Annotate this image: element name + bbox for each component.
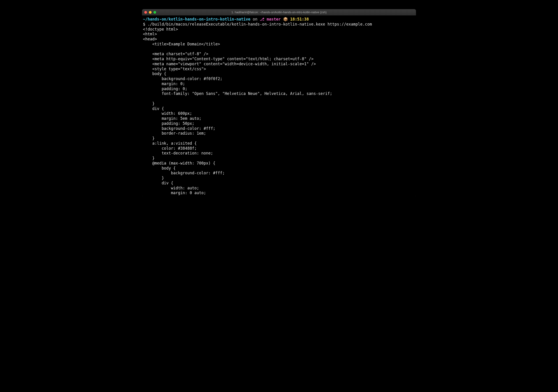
dollar-prompt: $ — [143, 22, 148, 26]
output-line: } — [143, 101, 415, 106]
terminal-body[interactable]: ~/hands-on/kotlin-hands-on-intro-kotlin-… — [142, 16, 416, 197]
output-line: <!doctype html> — [143, 27, 415, 32]
output-line — [143, 47, 415, 52]
output-line: } — [143, 176, 415, 181]
package-icon: 📦 — [281, 17, 290, 21]
output-line: } — [143, 156, 415, 161]
traffic-lights — [144, 11, 156, 14]
prompt-path: ~/hands-on/kotlin-hands-on-intro-kotlin-… — [143, 17, 251, 21]
output-line: <meta http-equiv="Content-type" content=… — [143, 57, 415, 62]
prompt-time: 18:51:38 — [290, 17, 309, 21]
output-line: a:link, a:visited { — [143, 141, 415, 146]
prompt-on: on — [251, 17, 260, 21]
output-line: width: auto; — [143, 186, 415, 191]
output-line: <meta name="viewport" content="width=dev… — [143, 62, 415, 67]
output-line: <title>Example Domain</title> — [143, 42, 415, 47]
output-line: background-color: #fff; — [143, 171, 415, 176]
output-line: border-radius: 1em; — [143, 131, 415, 136]
output-line: font-family: "Open Sans", "Helvetica Neu… — [143, 91, 415, 96]
output-line: margin: 0 auto; — [143, 190, 415, 196]
git-branch: master — [264, 17, 281, 21]
output-line: <meta charset="utf-8" /> — [143, 51, 415, 57]
output-line: <html> — [143, 32, 415, 37]
titlebar: 1. hadihariri@falcon: ~/hands-on/kotlin-… — [142, 9, 416, 16]
output-line: color: #38488f; — [143, 146, 415, 151]
maximize-icon[interactable] — [153, 11, 156, 14]
output-line: padding: 0; — [143, 86, 415, 92]
terminal-window: 1. hadihariri@falcon: ~/hands-on/kotlin-… — [142, 9, 416, 197]
shell-prompt: ~/hands-on/kotlin-hands-on-intro-kotlin-… — [143, 17, 415, 22]
window-title: 1. hadihariri@falcon: ~/hands-on/kotlin-… — [144, 10, 414, 14]
command-text: ./build/bin/macos/releaseExecutable/kotl… — [148, 22, 372, 26]
output-line: margin: 0; — [143, 81, 415, 86]
output-line: body { — [143, 166, 415, 171]
close-icon[interactable] — [144, 11, 147, 14]
output-line: body { — [143, 71, 415, 77]
output-line: @media (max-width: 700px) { — [143, 161, 415, 166]
output-line: margin: 5em auto; — [143, 116, 415, 121]
output-line: text-decoration: none; — [143, 151, 415, 156]
output-line: <head> — [143, 37, 415, 42]
output-line: background-color: #fff; — [143, 126, 415, 131]
git-branch-icon: ⎇ — [260, 17, 264, 21]
output-line: width: 600px; — [143, 111, 415, 116]
output-line: div { — [143, 106, 415, 111]
command-output: <!doctype html><html><head> <title>Examp… — [143, 27, 415, 196]
output-line: background-color: #f0f0f2; — [143, 77, 415, 81]
minimize-icon[interactable] — [149, 11, 152, 14]
output-line: } — [143, 136, 415, 141]
output-line — [143, 96, 415, 101]
command-line: $ ./build/bin/macos/releaseExecutable/ko… — [143, 22, 415, 27]
output-line: padding: 50px; — [143, 121, 415, 126]
output-line: <style type="text/css"> — [143, 67, 415, 72]
output-line: div { — [143, 181, 415, 186]
